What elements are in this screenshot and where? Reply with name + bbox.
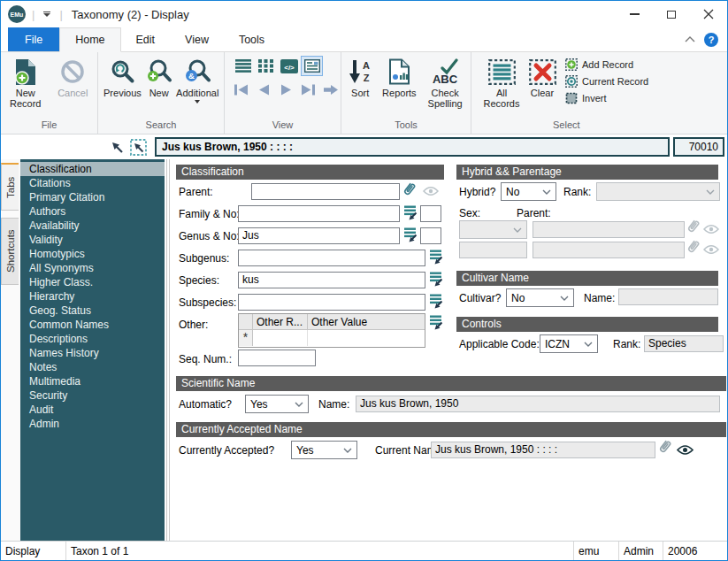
add-record-button[interactable]: Add Record — [565, 58, 648, 71]
sidebar-item-availability[interactable]: Availability — [20, 219, 165, 233]
minimize-button[interactable] — [616, 1, 653, 27]
other-table[interactable]: Other R... Other Value * — [238, 313, 425, 348]
subgenus-input[interactable] — [238, 250, 425, 266]
help-button[interactable]: ? — [704, 33, 718, 47]
attach-current-name-icon[interactable] — [659, 438, 671, 455]
new-search-button[interactable]: New — [143, 56, 175, 98]
sidebar-item-multimedia[interactable]: Multimedia — [20, 374, 165, 388]
sort-button[interactable]: AZ Sort — [345, 56, 375, 98]
sidebar-item-hierarchy[interactable]: Hierarchy — [20, 289, 165, 304]
sidebar-item-classification[interactable]: Classification — [20, 162, 165, 176]
nav-next-button[interactable] — [276, 82, 296, 96]
sidebar-item-security[interactable]: Security — [20, 388, 165, 403]
seq-num-input[interactable] — [238, 350, 316, 366]
view-list-button[interactable] — [232, 56, 254, 76]
vertical-tab-tabs[interactable]: Tabs — [1, 163, 19, 211]
family-lookup-icon[interactable] — [403, 205, 418, 220]
ribbon-tab-home[interactable]: Home — [59, 27, 120, 52]
nav-first-button[interactable] — [232, 82, 252, 96]
ribbon-tab-view[interactable]: View — [170, 27, 224, 51]
previous-search-button[interactable]: Previous — [102, 56, 143, 98]
genus-input[interactable]: Jus — [238, 227, 400, 244]
view-grid-button[interactable] — [255, 56, 277, 76]
sidebar-item-descriptions[interactable]: Descriptions — [20, 332, 165, 346]
titlebar-separator: | — [32, 8, 34, 21]
subspecies-lookup-icon[interactable] — [429, 294, 444, 309]
view-code-button[interactable]: </> — [278, 56, 300, 76]
other-value-cell[interactable] — [308, 330, 425, 346]
parent-input[interactable] — [251, 183, 400, 200]
emu-logo-icon[interactable]: EMu — [8, 5, 26, 23]
clear-button[interactable]: Clear — [523, 56, 562, 98]
sidebar-item-homotypics[interactable]: Homotypics — [20, 247, 165, 261]
view-current-name-eye-icon[interactable] — [677, 444, 694, 456]
species-input[interactable]: kus — [238, 272, 425, 288]
quick-access-dropdown-icon[interactable] — [41, 12, 53, 18]
record-number-box[interactable]: 70010 — [673, 137, 724, 157]
reports-button[interactable]: Reports — [379, 56, 419, 98]
chevron-down-icon — [343, 448, 352, 453]
other-value-column-header[interactable]: Other Value — [308, 314, 425, 330]
currently-accepted-combo[interactable]: Yes — [291, 441, 357, 459]
sidebar-item-audit[interactable]: Audit — [20, 403, 165, 417]
subgenus-lookup-icon[interactable] — [429, 250, 444, 265]
svg-text:&: & — [188, 71, 195, 81]
sidebar-item-geog-status[interactable]: Geog. Status — [20, 304, 165, 318]
sidebar-tab-list: ClassificationCitationsPrimary CitationA… — [20, 159, 165, 541]
sidebar-item-higher-class[interactable]: Higher Class. — [20, 275, 165, 289]
accepted-section-header: Currently Accepted Name — [176, 422, 726, 437]
sidebar-item-all-synonyms[interactable]: All Synonyms — [20, 261, 165, 275]
sidebar-item-validity[interactable]: Validity — [20, 233, 165, 247]
species-lookup-icon[interactable] — [429, 272, 444, 287]
sidebar-item-citations[interactable]: Citations — [20, 176, 165, 190]
view-form-button[interactable] — [301, 56, 323, 76]
nav-goto-button[interactable] — [320, 82, 341, 96]
other-rank-cell[interactable] — [253, 330, 308, 346]
family-number-input[interactable] — [420, 205, 441, 222]
close-button[interactable] — [690, 1, 727, 27]
ribbon-tab-tools[interactable]: Tools — [224, 27, 280, 51]
genus-number-input[interactable] — [420, 227, 441, 244]
sidebar-item-admin[interactable]: Admin — [20, 417, 165, 431]
sidebar-item-primary-citation[interactable]: Primary Citation — [20, 190, 165, 204]
all-records-button[interactable]: All Records — [480, 56, 523, 109]
nav-previous-button[interactable] — [254, 82, 274, 96]
ribbon-group-select: All Records Clear Add Record Current Rec… — [471, 52, 727, 134]
current-record-label: Current Record — [582, 76, 648, 87]
subspecies-input[interactable] — [238, 294, 425, 311]
cancel-button[interactable]: Cancel — [52, 56, 95, 98]
sidebar-item-authors[interactable]: Authors — [20, 204, 165, 219]
vertical-tab-shortcuts[interactable]: Shortcuts — [1, 218, 19, 285]
nav-last-button[interactable] — [298, 82, 318, 96]
other-rank-column-header[interactable]: Other R... — [253, 314, 308, 330]
check-spelling-button[interactable]: ABC Check Spelling — [423, 56, 467, 109]
hybrid-parent-label: Parent: — [517, 207, 551, 219]
sidebar-item-names-history[interactable]: Names History — [20, 346, 165, 360]
additional-search-label: Additional — [176, 88, 218, 98]
genus-lookup-icon[interactable] — [403, 227, 418, 242]
current-record-button[interactable]: Current Record — [565, 74, 648, 88]
ribbon-tab-edit[interactable]: Edit — [121, 27, 171, 51]
maximize-button[interactable] — [653, 1, 690, 27]
sidebar-splitter[interactable] — [165, 159, 172, 541]
other-lookup-icon[interactable] — [429, 315, 444, 330]
record-title-bar[interactable]: Jus kus Brown, 1950 : : : : — [155, 137, 670, 157]
cultivar-combo[interactable]: No — [506, 288, 574, 307]
family-input[interactable] — [238, 205, 400, 222]
sidebar-item-common-names[interactable]: Common Names — [20, 318, 165, 332]
additional-search-button[interactable]: & Additional — [174, 56, 220, 104]
new-search-icon — [146, 56, 172, 88]
automatic-label: Automatic? — [179, 398, 232, 411]
new-record-button[interactable]: New Record — [4, 56, 47, 109]
pointer-mode-icon[interactable] — [110, 140, 125, 155]
ribbon-tab-file[interactable]: File — [8, 27, 59, 51]
attach-parent-icon[interactable] — [403, 181, 416, 197]
ribbon-collapse-icon[interactable] — [685, 36, 695, 42]
invert-button[interactable]: Invert — [565, 91, 648, 104]
automatic-combo[interactable]: Yes — [245, 395, 309, 413]
applicable-code-combo[interactable]: ICZN — [540, 334, 598, 353]
select-pointer-mode-icon[interactable] — [130, 139, 147, 156]
view-parent2-eye-icon — [703, 244, 719, 255]
hybrid-combo[interactable]: No — [501, 182, 556, 201]
sidebar-item-notes[interactable]: Notes — [20, 360, 165, 374]
